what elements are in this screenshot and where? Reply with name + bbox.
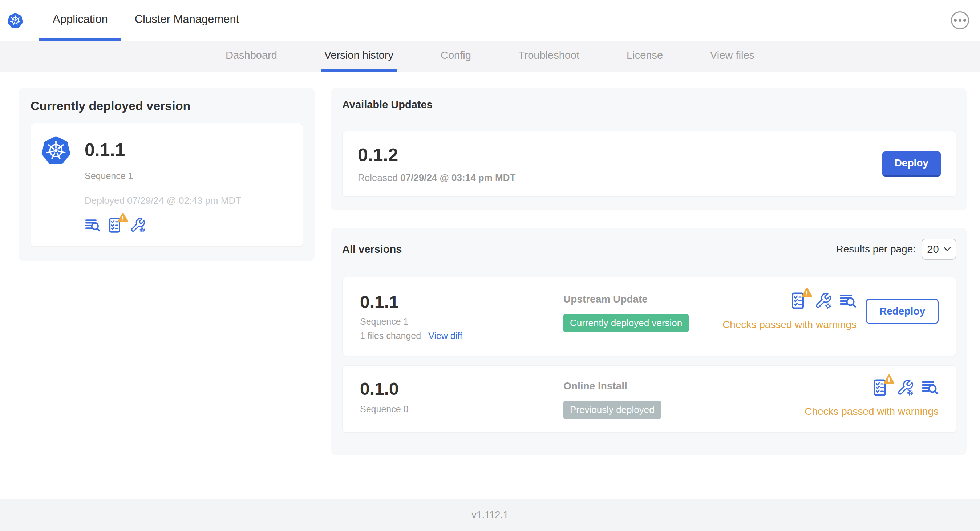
status-badge: Currently deployed version (563, 314, 689, 332)
top-tab-cluster-management[interactable]: Cluster Management (121, 0, 253, 41)
deployed-timestamp: Deployed 07/29/24 @ 02:43 pm MDT (84, 195, 292, 206)
redeploy-button[interactable]: Redeploy (866, 299, 939, 324)
available-updates-title: Available Updates (342, 99, 956, 111)
checks-status-text: Checks passed with warnings (722, 319, 856, 331)
app-version-text: v1.112.1 (471, 510, 509, 521)
preflight-checks-warning-icon[interactable] (872, 379, 889, 396)
row-files-changed: 1 files changed (360, 331, 421, 341)
currently-deployed-card: Currently deployed version 0.1.1 Sequenc… (19, 88, 315, 261)
deploy-button[interactable]: Deploy (882, 151, 941, 176)
top-tab-cluster-management-label: Cluster Management (135, 13, 239, 26)
warning-triangle-icon (802, 287, 812, 297)
edit-config-icon[interactable] (130, 217, 146, 233)
top-tab-application[interactable]: Application (39, 0, 121, 41)
right-column: Available Updates 0.1.2 Released 07/29/2… (331, 88, 967, 455)
overflow-menu-button[interactable] (951, 11, 969, 29)
tab-version-history[interactable]: Version history (321, 41, 397, 72)
row-version-number: 0.1.1 (360, 292, 563, 312)
row-source: Upstream Update (563, 294, 722, 305)
row-source: Online Install (563, 380, 805, 392)
tab-view-files[interactable]: View files (706, 41, 758, 72)
ellipsis-icon (954, 19, 957, 22)
tab-troubleshoot[interactable]: Troubleshoot (515, 41, 583, 72)
update-released-timestamp: 07/29/24 @ 03:14 pm MDT (400, 172, 515, 183)
update-row: 0.1.2 Released 07/29/24 @ 03:14 pm MDT D… (342, 131, 956, 197)
view-logs-icon[interactable] (839, 292, 856, 310)
kubernetes-logo-icon (7, 12, 23, 28)
preflight-checks-warning-icon[interactable] (107, 217, 123, 233)
currently-deployed-title: Currently deployed version (30, 99, 303, 113)
row-sequence: Sequence 0 (360, 404, 563, 414)
all-versions-title: All versions (342, 243, 402, 255)
app-footer: v1.112.1 (0, 499, 980, 531)
warning-triangle-icon (118, 213, 128, 222)
view-logs-icon[interactable] (921, 379, 939, 396)
edit-config-icon[interactable] (815, 292, 832, 310)
main-content: Currently deployed version 0.1.1 Sequenc… (0, 72, 980, 499)
warning-triangle-icon (884, 374, 894, 384)
preflight-checks-warning-icon[interactable] (790, 292, 807, 310)
deployed-sequence: Sequence 1 (84, 171, 292, 181)
results-per-page-select[interactable]: 20 (921, 238, 956, 260)
edit-config-icon[interactable] (896, 379, 914, 396)
top-bar: Application Cluster Management (0, 0, 980, 41)
update-released-line: Released 07/29/24 @ 03:14 pm MDT (358, 172, 515, 183)
all-versions-card: All versions Results per page: 20 0.1.1 … (331, 228, 967, 455)
available-updates-card: Available Updates 0.1.2 Released 07/29/2… (331, 88, 967, 210)
update-version-number: 0.1.2 (358, 145, 515, 165)
version-row-0-1-1: 0.1.1 Sequence 1 1 files changed View di… (342, 277, 956, 356)
kubernetes-logo-icon (41, 135, 71, 165)
tab-dashboard[interactable]: Dashboard (222, 41, 281, 72)
app-logo (7, 0, 23, 41)
deployed-version-panel: 0.1.1 Sequence 1 Deployed 07/29/24 @ 02:… (30, 123, 303, 246)
app-subnav: Dashboard Version history Config Trouble… (0, 41, 980, 72)
view-diff-link[interactable]: View diff (428, 331, 462, 341)
checks-status-text: Checks passed with warnings (805, 406, 939, 417)
status-badge: Previously deployed (563, 401, 661, 419)
view-logs-icon[interactable] (84, 217, 100, 233)
chevron-down-icon (944, 247, 951, 251)
top-tab-application-label: Application (52, 13, 108, 26)
results-per-page-label: Results per page: (836, 243, 916, 255)
tab-license[interactable]: License (623, 41, 667, 72)
row-version-number: 0.1.0 (360, 379, 563, 399)
version-row-0-1-0: 0.1.0 Sequence 0 Online Install Previous… (342, 366, 956, 432)
deployed-version-number: 0.1.1 (84, 140, 125, 161)
row-sequence: Sequence 1 (360, 316, 563, 327)
tab-config[interactable]: Config (437, 41, 475, 72)
top-nav: Application Cluster Management (39, 0, 253, 41)
